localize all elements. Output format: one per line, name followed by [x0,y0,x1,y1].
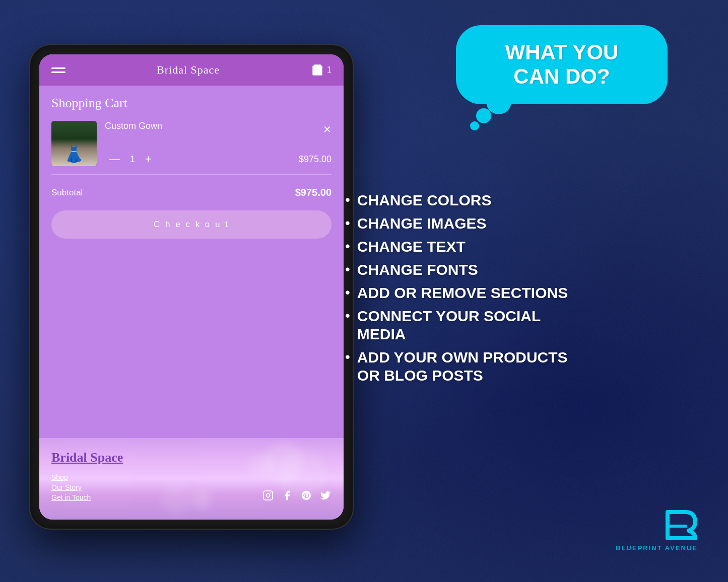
item-name: Custom Gown [105,121,162,131]
feature-item-4: • Change Fonts [345,261,688,279]
feature-text-6: Connect Your SocialMedia [357,307,541,343]
feature-text-1: Change Colors [357,191,492,209]
feature-text-3: Change Text [357,238,466,256]
item-image [51,121,97,166]
thought-bubble: What You Can Do? [456,25,668,104]
tablet-mockup: Bridal Space 1 Shopping Cart [30,45,353,529]
social-icons [262,489,332,501]
feature-list: • Change Colors • Change Images • Change… [345,191,688,390]
feature-item-2: • Change Images [345,214,688,233]
section-title: Shopping Cart [51,96,332,111]
feature-text-4: Change Fonts [357,261,478,279]
svg-point-3 [270,492,271,493]
cart-item: Custom Gown ✕ — 1 + $975.00 [51,121,332,175]
cart-content: Shopping Cart Custom Gown ✕ — 1 + [39,86,344,438]
app-footer: Bridal Space Shop Our Story Get in Touch [39,438,344,520]
feature-text-5: Add or Remove Sections [357,284,568,302]
bullet-1: • [345,191,350,208]
bullet-6: • [345,307,350,324]
item-details: Custom Gown ✕ — 1 + $975.00 [105,121,332,166]
subtotal-label: Subtotal [51,188,83,198]
app-title: Bridal Space [157,63,220,77]
svg-point-2 [266,493,270,497]
feature-text-2: Change Images [357,214,487,233]
cart-icon [311,63,324,77]
remove-item-button[interactable]: ✕ [323,123,332,135]
feature-item-5: • Add or Remove Sections [345,284,688,302]
subtotal-amount: $975.00 [295,187,332,198]
bullet-2: • [345,214,350,232]
feature-item-3: • Change Text [345,238,688,256]
item-controls: — 1 + $975.00 [105,153,332,166]
logo-text: Blueprint Avenue [616,544,698,552]
facebook-icon[interactable] [281,489,293,501]
app-header: Bridal Space 1 [39,54,344,86]
tablet-screen: Bridal Space 1 Shopping Cart [39,54,344,520]
feature-item-1: • Change Colors [345,191,688,209]
tablet-body: Bridal Space 1 Shopping Cart [30,45,353,529]
bullet-5: • [345,284,350,301]
item-price: $975.00 [299,154,332,165]
blueprint-logo-icon [663,507,698,542]
twitter-icon[interactable] [319,489,332,501]
instagram-icon[interactable] [262,489,274,501]
logo-area: Blueprint Avenue [616,507,698,552]
hamburger-menu-icon[interactable] [51,67,65,73]
feature-item-6: • Connect Your SocialMedia [345,307,688,343]
decrease-qty-button[interactable]: — [105,153,124,166]
thought-cloud: What You Can Do? [456,25,668,104]
svg-rect-1 [263,491,273,500]
bullet-3: • [345,238,350,255]
bullet-4: • [345,261,350,278]
subtotal-row: Subtotal $975.00 [51,183,332,202]
pinterest-icon[interactable] [300,489,312,501]
feature-text-7: Add Your Own Productsor Blog Posts [357,348,568,385]
checkout-button[interactable]: C h e c k o u t [51,210,332,239]
cart-count: 1 [327,65,332,75]
item-quantity: 1 [124,154,141,165]
bullet-7: • [345,348,350,366]
feature-item-7: • Add Your Own Productsor Blog Posts [345,348,688,385]
cart-button[interactable]: 1 [311,63,332,77]
thought-tail [470,121,479,130]
scene: Bridal Space 1 Shopping Cart [0,0,728,582]
increase-qty-button[interactable]: + [141,153,156,166]
thought-text: What You Can Do? [476,40,647,89]
